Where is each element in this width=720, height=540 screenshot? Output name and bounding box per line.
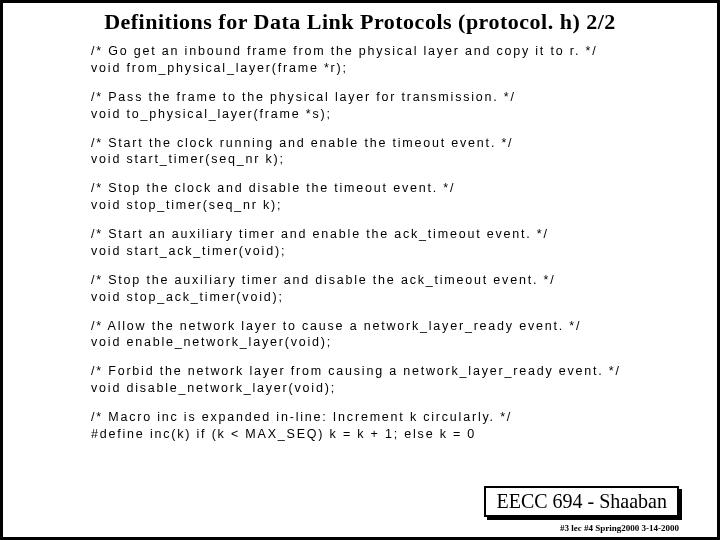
code-block: /* Pass the frame to the physical layer …	[91, 89, 717, 123]
code-block: /* Macro inc is expanded in-line: Increm…	[91, 409, 717, 443]
signature-line: void from_physical_layer(frame *r);	[91, 61, 348, 75]
slide-frame: Definitions for Data Link Protocols (pro…	[0, 0, 720, 540]
code-block: /* Stop the clock and disable the timeou…	[91, 180, 717, 214]
signature-line: void enable_network_layer(void);	[91, 335, 332, 349]
code-block: /* Forbid the network layer from causing…	[91, 363, 717, 397]
code-area: /* Go get an inbound frame from the phys…	[3, 35, 717, 443]
footer-meta: #3 lec #4 Spring2000 3-14-2000	[560, 523, 679, 533]
comment-line: /* Forbid the network layer from causing…	[91, 364, 621, 378]
comment-line: /* Start an auxiliary timer and enable t…	[91, 227, 549, 241]
signature-line: void to_physical_layer(frame *s);	[91, 107, 332, 121]
code-block: /* Go get an inbound frame from the phys…	[91, 43, 717, 77]
slide-title: Definitions for Data Link Protocols (pro…	[3, 9, 717, 35]
signature-line: void stop_ack_timer(void);	[91, 290, 284, 304]
signature-line: void stop_timer(seq_nr k);	[91, 198, 282, 212]
signature-line: #define inc(k) if (k < MAX_SEQ) k = k + …	[91, 427, 476, 441]
comment-line: /* Pass the frame to the physical layer …	[91, 90, 516, 104]
comment-line: /* Macro inc is expanded in-line: Increm…	[91, 410, 512, 424]
code-block: /* Allow the network layer to cause a ne…	[91, 318, 717, 352]
comment-line: /* Start the clock running and enable th…	[91, 136, 513, 150]
signature-line: void disable_network_layer(void);	[91, 381, 336, 395]
signature-line: void start_ack_timer(void);	[91, 244, 286, 258]
signature-line: void start_timer(seq_nr k);	[91, 152, 285, 166]
code-block: /* Start the clock running and enable th…	[91, 135, 717, 169]
code-block: /* Stop the auxiliary timer and disable …	[91, 272, 717, 306]
code-block: /* Start an auxiliary timer and enable t…	[91, 226, 717, 260]
comment-line: /* Stop the auxiliary timer and disable …	[91, 273, 555, 287]
footer-credit: EECC 694 - Shaaban	[484, 486, 679, 517]
comment-line: /* Stop the clock and disable the timeou…	[91, 181, 455, 195]
comment-line: /* Allow the network layer to cause a ne…	[91, 319, 581, 333]
comment-line: /* Go get an inbound frame from the phys…	[91, 44, 597, 58]
